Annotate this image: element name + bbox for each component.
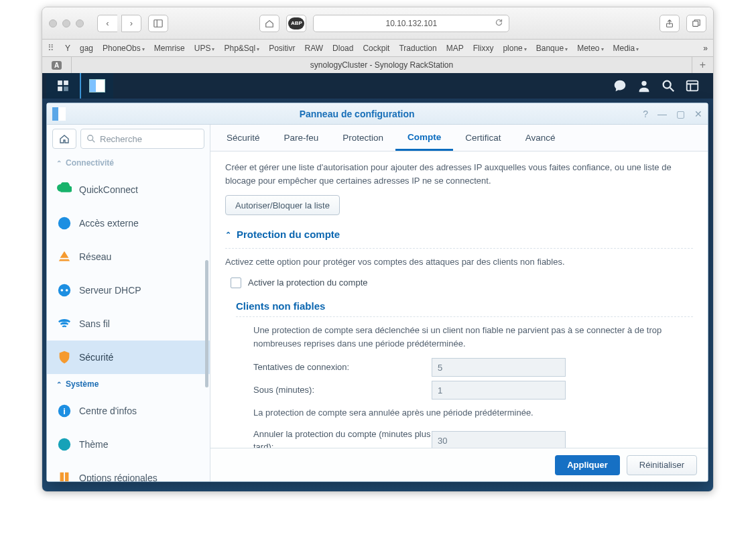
browser-tab[interactable]: synologyCluster - Synology RackStation	[72, 57, 692, 73]
nav-back-button[interactable]: ‹	[97, 15, 117, 32]
bookmark-item[interactable]: gag	[80, 44, 93, 53]
share-button[interactable]	[659, 15, 680, 32]
cancel-protection-label: Annuler la protection du compte (minutes…	[253, 428, 432, 448]
close-icon[interactable]: ✕	[694, 109, 702, 119]
section-system[interactable]: ⌃Système	[47, 374, 210, 394]
maximize-icon[interactable]: ▢	[676, 109, 685, 119]
nav-security[interactable]: Sécurité	[47, 341, 210, 374]
tab-certificate[interactable]: Certificat	[453, 125, 513, 151]
attempts-input[interactable]	[432, 358, 566, 377]
nav-forward-button[interactable]: ›	[121, 15, 141, 32]
bookmark-item[interactable]: PhoneObs▾	[103, 44, 145, 53]
svg-rect-6	[58, 86, 62, 91]
svg-rect-4	[58, 80, 62, 85]
sidebar-search-input[interactable]: Recherche	[80, 129, 204, 149]
nav-dhcp[interactable]: Serveur DHCP	[47, 273, 210, 307]
nav-theme[interactable]: Thème	[47, 428, 210, 461]
bookmark-item[interactable]: Banque▾	[536, 44, 568, 53]
bookmarks-bar: ⠿ Y gag PhoneObs▾ Memrise UPS▾ Php&Sql▾ …	[42, 40, 713, 57]
bookmark-item[interactable]: plone▾	[503, 44, 526, 53]
nav-label: QuickConnect	[79, 184, 138, 195]
svg-point-14	[88, 135, 93, 141]
within-label: Sous (minutes):	[253, 383, 432, 397]
reload-icon[interactable]	[495, 18, 503, 29]
apps-grip-icon[interactable]: ⠿	[48, 43, 56, 53]
cp-main: Sécurité Pare-feu Protection Compte Cert…	[210, 125, 708, 481]
bookmark-item[interactable]: Positivr	[269, 44, 295, 53]
widgets-icon[interactable]	[685, 78, 700, 93]
dsm-taskbar	[42, 73, 713, 99]
untrusted-description: Une protection de compte sera déclenchée…	[253, 324, 693, 350]
svg-rect-5	[64, 80, 68, 85]
search-icon[interactable]	[661, 78, 676, 93]
chat-icon[interactable]	[613, 78, 627, 93]
cp-titlebar[interactable]: Panneau de configuration ? — ▢ ✕	[47, 103, 708, 125]
section-connectivity[interactable]: ⌃Connectivité	[47, 153, 210, 173]
cp-window-icon	[52, 107, 66, 121]
tab-firewall[interactable]: Pare-feu	[272, 125, 331, 151]
bookmark-item[interactable]: MAP	[446, 44, 464, 53]
dsm-launcher-button[interactable]	[46, 73, 80, 99]
control-panel-window: Panneau de configuration ? — ▢ ✕	[46, 103, 708, 482]
bookmark-item[interactable]: Php&Sql▾	[224, 44, 259, 53]
bookmark-item[interactable]: Dload	[332, 44, 353, 53]
dsm-taskbar-app[interactable]	[80, 73, 113, 99]
nav-external-access[interactable]: Accès externe	[47, 206, 210, 240]
enable-account-protection-checkbox[interactable]	[231, 278, 241, 288]
bookmark-item[interactable]: Traduction	[399, 44, 436, 53]
bookmark-item[interactable]: RAW	[305, 44, 324, 53]
cancel-protection-input[interactable]	[432, 431, 566, 448]
tab-account[interactable]: Compte	[395, 125, 453, 151]
bookmark-item[interactable]: UPS▾	[194, 44, 215, 53]
reset-button[interactable]: Réinitialiser	[627, 455, 697, 475]
nav-label: Thème	[79, 439, 109, 450]
tabs-overview-button[interactable]	[686, 15, 706, 32]
sidebar-scrollbar[interactable]	[205, 153, 208, 481]
cp-content: Créer et gérer une liste d'autorisation …	[210, 151, 708, 448]
nav-regional[interactable]: Options régionales	[47, 461, 210, 481]
nav-infocenter[interactable]: i Centre d'infos	[47, 394, 210, 428]
bookmark-item[interactable]: Memrise	[154, 44, 185, 53]
enable-account-protection-label: Activer la protection du compte	[248, 276, 367, 290]
svg-rect-0	[154, 19, 162, 27]
svg-point-19	[66, 289, 68, 292]
reader-badge[interactable]: A	[42, 57, 72, 73]
bookmark-item[interactable]: Y	[65, 44, 70, 53]
sidebar-toggle-button[interactable]	[148, 15, 168, 32]
minimize-icon[interactable]: —	[657, 109, 667, 119]
traffic-lights[interactable]	[49, 19, 84, 27]
minimize-traffic[interactable]	[62, 19, 70, 27]
tab-protection[interactable]: Protection	[330, 125, 395, 151]
address-text: 10.10.132.101	[385, 19, 437, 28]
account-protection-description: Activez cette option pour protéger vos c…	[225, 255, 693, 269]
nav-network[interactable]: Réseau	[47, 240, 210, 273]
allow-block-list-button[interactable]: Autoriser/Bloquer la liste	[225, 195, 340, 215]
tab-advanced[interactable]: Avancé	[513, 125, 568, 151]
nav-quickconnect[interactable]: QuickConnect	[47, 173, 210, 206]
close-traffic[interactable]	[49, 19, 57, 27]
sidebar-home-button[interactable]	[52, 129, 76, 149]
tab-security[interactable]: Sécurité	[214, 125, 272, 151]
zoom-traffic[interactable]	[76, 19, 84, 27]
nav-label: Options régionales	[79, 473, 158, 481]
browser-tabstrip: A synologyCluster - Synology RackStation…	[42, 57, 713, 73]
within-input[interactable]	[432, 381, 566, 400]
bookmark-item[interactable]: Cockpit	[363, 44, 389, 53]
abp-button[interactable]: ABP	[286, 15, 306, 32]
account-protection-heading[interactable]: ⌃Protection du compte	[225, 227, 693, 243]
bookmark-item[interactable]: Meteo▾	[577, 44, 603, 53]
apply-button[interactable]: Appliquer	[555, 455, 620, 475]
address-bar[interactable]: 10.10.132.101	[313, 15, 509, 32]
nav-label: Réseau	[79, 251, 111, 262]
nav-wifi[interactable]: Sans fil	[47, 307, 210, 341]
bookmarks-overflow-icon[interactable]: »	[703, 44, 708, 53]
help-icon[interactable]: ?	[643, 109, 648, 119]
bookmark-item[interactable]: Media▾	[613, 44, 639, 53]
svg-rect-7	[64, 86, 68, 91]
new-tab-button[interactable]: +	[692, 57, 713, 73]
user-icon[interactable]	[637, 78, 651, 93]
home-button[interactable]	[259, 15, 279, 32]
svg-point-22	[58, 438, 70, 450]
untrusted-clients-heading: Clients non fiables	[236, 299, 693, 314]
bookmark-item[interactable]: Flixxy	[473, 44, 494, 53]
